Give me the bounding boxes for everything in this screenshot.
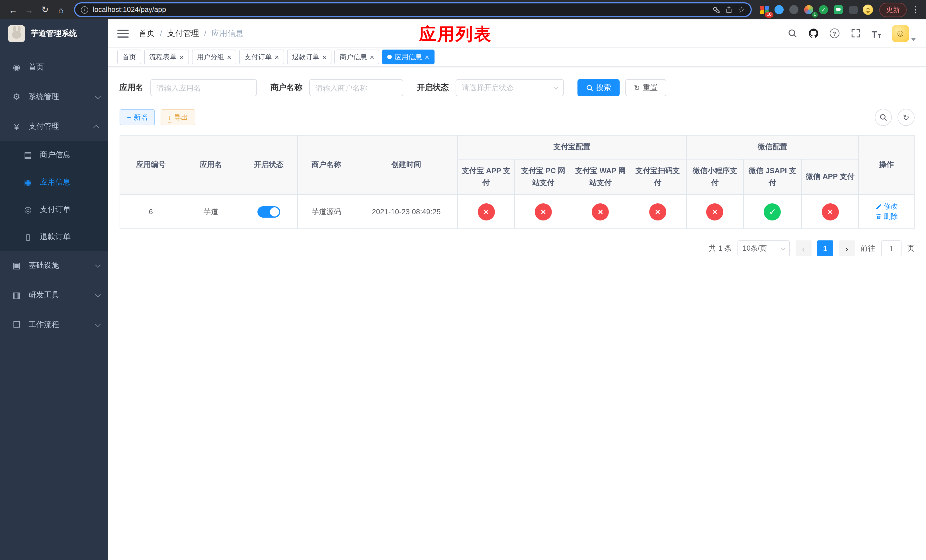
browser-back-icon[interactable]: ← (6, 2, 21, 17)
sidebar-toggle-button[interactable] (117, 29, 129, 37)
chevron-down-icon (554, 85, 558, 89)
breadcrumb-home[interactable]: 首页 (139, 28, 155, 38)
browser-forward-icon[interactable]: → (22, 2, 36, 17)
close-icon[interactable]: × (179, 53, 184, 61)
close-icon[interactable]: × (425, 53, 429, 61)
merchant-card-icon: ▤ (23, 150, 33, 160)
close-icon[interactable]: × (322, 53, 327, 61)
next-page-button[interactable]: › (839, 241, 855, 257)
browser-refresh-icon[interactable]: ↻ (38, 2, 52, 17)
tab-user-group[interactable]: 用户分组 × (192, 50, 236, 64)
font-size-icon[interactable]: TT (871, 28, 882, 39)
profile-avatar-icon[interactable]: ☺ (861, 3, 875, 17)
chevron-down-icon (781, 245, 785, 250)
tab-process-form[interactable]: 流程表单 × (144, 50, 189, 64)
breadcrumb-payment[interactable]: 支付管理 (167, 28, 199, 38)
filter-bar: 应用名 商户名称 开启状态 请选择开启状态 (120, 79, 915, 96)
sidebar-menu: ◉ 首页 ⚙ 系统管理 ¥ 支付管理 ▤ 商户信息 (0, 52, 108, 339)
toggle-search-button[interactable] (875, 109, 892, 126)
page-unit-label: 页 (907, 244, 915, 254)
extension-dark-circle-icon[interactable] (787, 3, 801, 17)
status-toggle[interactable] (257, 206, 280, 218)
export-button[interactable]: ↓ 导出 (160, 109, 195, 125)
sidebar-item-system[interactable]: ⚙ 系统管理 (0, 82, 108, 112)
extension-drop-icon[interactable] (772, 3, 786, 17)
browser-update-button[interactable]: 更新 (879, 3, 906, 17)
logo-avatar (8, 25, 25, 42)
app-name-input[interactable] (150, 79, 257, 96)
col-alipay-app: 支付宝 APP 支付 (458, 159, 515, 195)
sidebar-item-app-info[interactable]: ▦ 应用信息 (0, 169, 108, 196)
delete-button[interactable]: 删除 (875, 212, 898, 222)
github-icon[interactable] (808, 28, 819, 39)
page-number-button[interactable]: 1 (817, 241, 833, 257)
merchant-name-input[interactable] (309, 79, 403, 96)
app-name-label: 应用名 (120, 83, 144, 93)
table-toolbar: + 新增 ↓ 导出 ↻ (120, 109, 915, 126)
tab-app-info[interactable]: 应用信息 × (382, 50, 434, 64)
devtools-icon: ▥ (11, 290, 22, 300)
reset-button[interactable]: ↻ 重置 (625, 79, 666, 96)
tab-merchant-info[interactable]: 商户信息 × (334, 50, 379, 64)
breadcrumb: 首页 / 支付管理 / 应用信息 (139, 28, 244, 38)
extension-pin-icon[interactable] (846, 3, 860, 17)
dashboard-icon: ◉ (11, 62, 22, 73)
share-icon[interactable] (725, 6, 733, 14)
download-icon: ↓ (168, 114, 171, 121)
browser-menu-icon[interactable]: ⋮ (911, 5, 920, 15)
sidebar-item-devtools[interactable]: ▥ 研发工具 (0, 280, 108, 310)
browser-home-icon[interactable]: ⌂ (53, 2, 68, 17)
sidebar-item-infrastructure[interactable]: ▣ 基础设施 (0, 251, 108, 280)
site-info-icon[interactable]: i (81, 6, 88, 14)
prev-page-button[interactable]: ‹ (796, 241, 811, 257)
wechat-lite-status-icon: × (707, 203, 723, 221)
extension-chat-icon[interactable] (831, 3, 845, 17)
add-button[interactable]: + 新增 (120, 109, 155, 125)
chevron-down-icon (95, 291, 101, 297)
edit-button[interactable]: 修改 (875, 202, 898, 212)
address-bar[interactable]: i localhost:1024/pay/app ☆ (74, 2, 752, 17)
pagination: 共 1 条 10条/页 ‹ 1 › 前往 页 (120, 241, 915, 257)
col-status: 开启状态 (240, 135, 298, 195)
close-icon[interactable]: × (227, 53, 231, 61)
cell-app-id: 6 (120, 195, 182, 229)
password-key-icon[interactable] (712, 5, 721, 14)
tab-home[interactable]: 首页 (117, 50, 141, 64)
search-icon[interactable] (787, 28, 798, 39)
app-title: 芋道管理系统 (31, 29, 77, 39)
alipay-wap-status-icon: × (592, 203, 609, 221)
bookmark-star-icon[interactable]: ☆ (738, 5, 745, 14)
pay-order-icon: ◎ (23, 204, 33, 215)
goto-label: 前往 (861, 244, 875, 254)
help-icon[interactable]: ? (829, 28, 840, 39)
sidebar-item-home[interactable]: ◉ 首页 (0, 52, 108, 82)
col-wechat-lite: 微信小程序支付 (686, 159, 743, 195)
close-icon[interactable]: × (274, 53, 279, 61)
wechat-jsapi-status-icon: ✓ (764, 203, 781, 221)
status-select[interactable]: 请选择开启状态 (455, 79, 564, 96)
refresh-table-button[interactable]: ↻ (897, 109, 915, 126)
extension-avatar-icon[interactable]: 1 (802, 3, 816, 17)
page-content: 应用名 商户名称 开启状态 请选择开启状态 (108, 67, 926, 560)
extension-blocks-icon[interactable]: 10 (757, 3, 771, 17)
group-alipay-config: 支付宝配置 (458, 135, 687, 159)
chevron-down-icon (95, 262, 101, 268)
user-avatar[interactable]: ☺ (892, 25, 916, 42)
fullscreen-icon[interactable] (850, 28, 861, 39)
extension-check-icon[interactable]: ✓ (817, 3, 830, 17)
infrastructure-icon: ▣ (11, 260, 22, 271)
avatar-emoji-icon: ☺ (892, 25, 909, 42)
close-icon[interactable]: × (370, 53, 374, 61)
sidebar-item-merchant-info[interactable]: ▤ 商户信息 (0, 141, 108, 169)
goto-page-input[interactable] (881, 241, 902, 257)
page-size-select[interactable]: 10条/页 (737, 241, 790, 257)
sidebar-item-workflow[interactable]: ☐ 工作流程 (0, 310, 108, 339)
sidebar-item-payment-order[interactable]: ◎ 支付订单 (0, 196, 108, 223)
url-text[interactable]: localhost:1024/pay/app (93, 6, 708, 14)
sidebar-item-refund-order[interactable]: ▯ 退款订单 (0, 223, 108, 251)
tab-pay-order[interactable]: 支付订单 × (239, 50, 284, 64)
tab-refund-order[interactable]: 退款订单 × (287, 50, 332, 64)
app-grid-icon: ▦ (23, 177, 33, 188)
search-button[interactable]: 搜索 (578, 79, 620, 96)
sidebar-item-payment[interactable]: ¥ 支付管理 (0, 112, 108, 141)
